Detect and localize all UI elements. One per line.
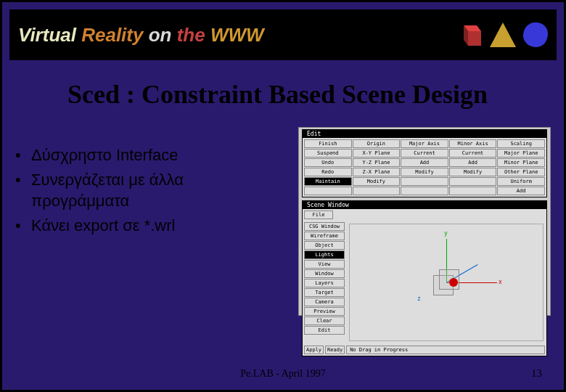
scene-viewport[interactable]: x y z [349,224,544,341]
empty-button [449,187,497,195]
target-button[interactable]: Target [304,288,345,297]
scene-window-title: Scene Window [303,201,546,209]
major-plane-button[interactable]: Major Plane [497,149,545,158]
bullet-list: Δύσχρηστο Interface Συνεργάζεται με άλλα… [15,144,285,316]
banner: Virtual Reality on the WWW [9,9,557,60]
blob-icon [523,23,548,47]
bullet-item: Δύσχρηστο Interface [15,144,285,166]
banner-shapes [458,23,548,47]
ready-status: Ready [325,346,345,354]
scaling-button[interactable]: Scaling [497,139,545,148]
slide-title: Sced : Constraint Based Scene Design [67,79,564,110]
banner-text: Virtual Reality on the WWW [18,24,264,46]
csg-window-button[interactable]: CSG Window [304,222,345,231]
empty-button [401,177,448,186]
add-button[interactable]: Add [497,187,545,195]
lights-button[interactable]: Lights [304,250,345,259]
x-axis-label: x [499,279,502,285]
page-number: 13 [531,367,542,380]
xy-plane-button[interactable]: X-Y Plane [353,149,401,158]
cube-icon [458,23,483,47]
uniform-button[interactable]: Uniform [497,177,545,186]
add-button[interactable]: Add [401,158,448,167]
edit-window-title: Edit [303,130,546,138]
status-bar: Apply Ready No Drag in Progress [303,344,546,356]
scene-window: Scene Window File CSG Window Wireframe O… [302,200,547,356]
suspend-button[interactable]: Suspend [304,149,352,158]
content: Δύσχρηστο Interface Συνεργάζεται με άλλα… [2,127,564,316]
apply-button[interactable]: Apply [304,346,324,354]
window-button[interactable]: Window [304,269,345,278]
wireframe-button[interactable]: Wireframe [304,232,345,240]
current-button[interactable]: Current [401,149,448,158]
empty-button [304,187,352,195]
edit-window: Edit Finish Origin Major Axis Minor Axis… [302,129,547,197]
major-axis-button[interactable]: Major Axis [401,139,448,148]
layers-button[interactable]: Layers [304,279,345,287]
preview-button[interactable]: Preview [304,307,345,316]
clear-button[interactable]: Clear [304,317,345,325]
view-button[interactable]: View [304,260,345,269]
minor-plane-button[interactable]: Minor Plane [497,158,545,167]
file-menu[interactable]: File [304,211,333,219]
modify-button[interactable]: Modify [449,168,497,176]
scene-sidebar: CSG Window Wireframe Object Lights View … [303,221,346,344]
bullet-item: Συνεργάζεται με άλλα προγράμματα [15,169,285,212]
sphere-object-icon [449,278,458,287]
edit-button-grid: Finish Origin Major Axis Minor Axis Scal… [303,138,546,197]
add-button[interactable]: Add [449,158,497,167]
modify-button[interactable]: Modify [353,177,401,186]
cone-icon [490,23,516,47]
y-axis-label: y [444,230,448,237]
empty-button [449,177,497,186]
other-plane-button[interactable]: Other Plane [497,168,545,176]
footer-text: Pe.LAB - April 1997 [2,368,564,380]
app-screenshot: Edit Finish Origin Major Axis Minor Axis… [298,127,551,316]
finish-button[interactable]: Finish [304,139,352,148]
empty-button [353,187,401,195]
camera-button[interactable]: Camera [304,298,345,306]
object-button[interactable]: Object [304,241,345,250]
z-axis-label: z [417,295,421,302]
status-message: No Drag in Progress [346,346,545,354]
yz-plane-button[interactable]: Y-Z Plane [353,158,401,167]
current-button[interactable]: Current [449,149,497,158]
zx-plane-button[interactable]: Z-X Plane [353,168,401,176]
redo-button[interactable]: Redo [304,168,352,176]
maintain-button[interactable]: Maintain [304,177,352,186]
empty-button [401,187,448,195]
bullet-item: Κάνει export σε *.wrl [15,215,285,237]
edit-button[interactable]: Edit [304,326,345,335]
minor-axis-button[interactable]: Minor Axis [449,139,497,148]
svg-marker-2 [468,31,481,46]
modify-button[interactable]: Modify [401,168,448,176]
undo-button[interactable]: Undo [304,158,352,167]
origin-button[interactable]: Origin [353,139,401,148]
